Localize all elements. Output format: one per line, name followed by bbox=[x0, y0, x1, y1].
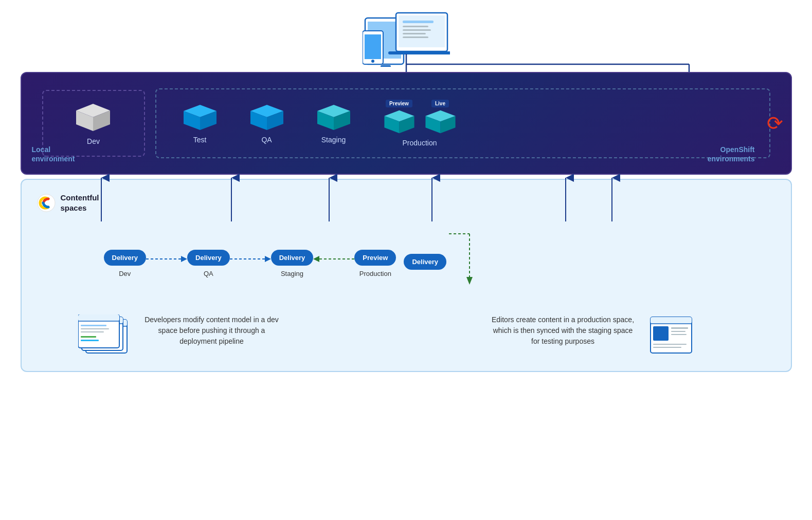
live-book-icon bbox=[424, 109, 457, 135]
main-container: Dev Test bbox=[0, 0, 812, 520]
refresh-icon: ⟳ bbox=[767, 112, 783, 135]
svg-rect-5 bbox=[403, 21, 434, 23]
contentful-title: Contentfulspaces bbox=[61, 193, 99, 213]
svg-marker-41 bbox=[313, 256, 319, 262]
contentful-logo bbox=[37, 194, 56, 212]
svg-rect-64 bbox=[81, 325, 106, 326]
qa-book-icon bbox=[249, 103, 285, 132]
browser-icon-left bbox=[78, 314, 130, 358]
arrow-dev-qa bbox=[146, 253, 187, 265]
desc-section-left: Developers modify content model in a dev… bbox=[78, 314, 363, 358]
env-stage-production: Preview Live bbox=[383, 100, 457, 147]
prod-books: Preview Live bbox=[383, 100, 457, 135]
preview-btn: Preview bbox=[354, 250, 396, 266]
delivery-node-qa: Delivery QA bbox=[187, 250, 230, 277]
desc-section-right: Editors create content in a production s… bbox=[491, 314, 775, 358]
test-book-icon bbox=[182, 103, 218, 132]
svg-rect-62 bbox=[78, 314, 119, 321]
env-stage-qa: QA bbox=[249, 103, 285, 144]
preview-book-icon bbox=[383, 109, 416, 135]
delivery-node-preview: Preview Production bbox=[354, 250, 396, 277]
top-device-area bbox=[0, 0, 812, 72]
dev-book-icon bbox=[74, 101, 113, 132]
svg-rect-73 bbox=[671, 327, 688, 329]
svg-rect-7 bbox=[403, 29, 431, 31]
svg-rect-4 bbox=[399, 15, 445, 47]
arrow-qa-staging bbox=[230, 253, 271, 265]
svg-rect-6 bbox=[403, 26, 428, 27]
bottom-descriptions: Developers modify content model in a dev… bbox=[37, 314, 775, 358]
svg-rect-9 bbox=[403, 36, 428, 38]
qa-label: QA bbox=[261, 136, 272, 144]
preview-badge: Preview bbox=[386, 100, 412, 107]
svg-marker-39 bbox=[265, 256, 271, 262]
desc-text-left: Developers modify content model in a dev… bbox=[140, 314, 284, 347]
delivery-node-staging: Delivery Staging bbox=[271, 250, 314, 277]
arrow-staging-green bbox=[313, 253, 354, 265]
live-badge: Live bbox=[431, 100, 449, 107]
delivery-node-prod-delivery: Delivery bbox=[404, 254, 446, 274]
delivery-btn-dev: Delivery bbox=[104, 250, 147, 266]
svg-rect-72 bbox=[653, 326, 669, 341]
svg-rect-68 bbox=[81, 340, 99, 341]
delivery-label-production: Production bbox=[359, 270, 391, 277]
openshift-box: Dev Test bbox=[21, 72, 792, 175]
openshift-subbox: Test QA bbox=[155, 88, 770, 158]
svg-rect-77 bbox=[653, 347, 681, 348]
desc-text-right: Editors create content in a production s… bbox=[491, 314, 635, 347]
diagram-area: Dev Test bbox=[21, 72, 792, 372]
local-env-label: Localenvironment bbox=[32, 145, 75, 163]
staging-label: Staging bbox=[321, 136, 346, 144]
delivery-node-dev: Delivery Dev bbox=[104, 250, 147, 277]
delivery-label-qa: QA bbox=[204, 270, 213, 277]
delivery-label-staging: Staging bbox=[281, 270, 303, 277]
delivery-label-dev: Dev bbox=[119, 270, 131, 277]
contentful-header: Contentfulspaces bbox=[37, 193, 775, 213]
delivery-btn-prod: Delivery bbox=[404, 254, 446, 270]
browser-icon-right bbox=[645, 314, 697, 358]
staging-book-icon bbox=[316, 103, 352, 132]
arrow-prod-right-green bbox=[449, 228, 490, 290]
svg-rect-70 bbox=[651, 317, 692, 324]
svg-marker-44 bbox=[466, 277, 473, 285]
production-label: Production bbox=[403, 139, 437, 147]
openshift-label: OpenShiftenvironments bbox=[708, 145, 755, 163]
svg-rect-65 bbox=[81, 328, 109, 329]
svg-rect-67 bbox=[81, 336, 96, 338]
delivery-btn-qa: Delivery bbox=[187, 250, 230, 266]
svg-rect-66 bbox=[81, 331, 104, 332]
dev-label: Dev bbox=[87, 137, 100, 145]
svg-rect-74 bbox=[671, 331, 685, 332]
env-stage-staging: Staging bbox=[316, 103, 352, 144]
env-stage-test: Test bbox=[182, 103, 218, 144]
svg-marker-37 bbox=[181, 256, 187, 262]
svg-rect-8 bbox=[403, 33, 426, 34]
delivery-btn-staging: Delivery bbox=[271, 250, 314, 266]
test-label: Test bbox=[193, 136, 207, 144]
delivery-pipeline: Delivery Dev Delivery QA bbox=[104, 228, 775, 299]
svg-rect-76 bbox=[653, 344, 687, 345]
contentful-box: Contentfulspaces Delivery Dev Delivery Q… bbox=[21, 179, 792, 372]
svg-rect-75 bbox=[671, 334, 687, 335]
